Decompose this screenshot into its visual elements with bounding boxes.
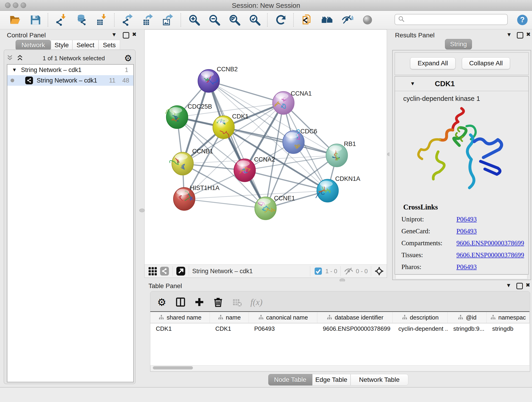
- section-expander-icon[interactable]: ▼: [410, 81, 415, 87]
- open-in-new-window-icon[interactable]: [176, 266, 186, 276]
- results-panel-float-icon[interactable]: [517, 32, 523, 38]
- tab-string[interactable]: String: [445, 39, 472, 50]
- delete-column-icon[interactable]: [213, 297, 223, 307]
- left-splitter-handle[interactable]: [139, 209, 145, 212]
- clone-network-button[interactable]: [301, 13, 313, 26]
- grid-view-icon[interactable]: [148, 266, 157, 276]
- column-header-@id[interactable]: @id: [448, 312, 487, 323]
- column-header-canonical-name[interactable]: canonical name: [249, 312, 317, 323]
- table-settings-gear-icon[interactable]: ⚙: [157, 297, 167, 307]
- network-node-CCNA2[interactable]: [234, 159, 255, 182]
- home-button[interactable]: [321, 13, 334, 26]
- network-edge[interactable]: [184, 199, 266, 208]
- gene-section-header[interactable]: ▼ CDK1: [395, 77, 528, 91]
- scrollbar-thumb[interactable]: [153, 366, 193, 370]
- cell-shared-name[interactable]: CDK1: [150, 323, 210, 334]
- crosslink-row: Uniprot:P06493: [395, 213, 528, 225]
- results-scrollbar[interactable]: [395, 274, 527, 279]
- table-panel-title: Table Panel: [148, 282, 182, 290]
- column-header-description[interactable]: description: [393, 312, 448, 323]
- results-panel-menu-icon[interactable]: ▼: [506, 31, 512, 38]
- search-box[interactable]: [394, 14, 508, 25]
- crosslink-link[interactable]: P06493: [456, 263, 477, 271]
- cell-namespac[interactable]: stringdb: [487, 323, 530, 334]
- preview-button[interactable]: [361, 13, 374, 26]
- network-node-CDC25B[interactable]: [165, 106, 188, 128]
- zoom-fit-button[interactable]: [228, 13, 241, 26]
- crosslink-link[interactable]: 9606.ENSP00000378699: [456, 239, 524, 247]
- network-tree-child-row[interactable]: String Network – cdk1 11 48: [7, 75, 133, 86]
- zoom-out-button[interactable]: [208, 13, 221, 26]
- network-edge[interactable]: [209, 81, 283, 103]
- column-header-name[interactable]: name: [210, 312, 249, 323]
- control-panel-close-icon[interactable]: ✖: [132, 31, 137, 38]
- hidden-counts: 0 - 0: [356, 268, 368, 275]
- column-header-shared-name[interactable]: shared name: [150, 312, 210, 323]
- zoom-in-button[interactable]: [188, 13, 201, 26]
- refresh-button[interactable]: [274, 13, 287, 26]
- zoom-selected-button[interactable]: [248, 13, 261, 26]
- network-node-CDK1[interactable]: [213, 116, 234, 139]
- crosslink-link[interactable]: P06493: [456, 216, 477, 223]
- control-panel-menu-icon[interactable]: ▼: [111, 31, 117, 38]
- column-label: database identifier: [335, 314, 383, 321]
- expand-all-button[interactable]: Expand All: [410, 57, 456, 69]
- tab-node-table[interactable]: Node Table: [268, 374, 312, 385]
- table-horizontal-scrollbar[interactable]: [150, 365, 530, 371]
- crosslink-link[interactable]: P06493: [456, 227, 477, 235]
- network-tree-root-row[interactable]: ▼ String Network – cdk1 1: [7, 65, 133, 75]
- export-image-button[interactable]: [162, 13, 175, 26]
- show-columns-icon[interactable]: [175, 297, 186, 307]
- network-node-CCNB1[interactable]: [170, 152, 193, 175]
- column-header-namespac[interactable]: namespac: [487, 312, 530, 323]
- cell-@id[interactable]: stringdb:9...: [448, 323, 487, 334]
- fit-selection-crosshair-icon[interactable]: [374, 266, 384, 276]
- help-button[interactable]: ?: [516, 13, 529, 26]
- cell-name[interactable]: CDK1: [210, 323, 249, 334]
- table-panel-menu-icon[interactable]: ▼: [506, 282, 511, 289]
- preview-icon: [361, 14, 374, 26]
- tab-select[interactable]: Select: [72, 40, 99, 51]
- tab-sets[interactable]: Sets: [99, 40, 120, 51]
- export-table-button[interactable]: [142, 13, 154, 26]
- open-session-button[interactable]: [9, 13, 22, 26]
- network-type-badge: [25, 77, 33, 84]
- collapse-all-icon[interactable]: [6, 54, 13, 62]
- network-options-gear-icon[interactable]: ⚙: [124, 54, 132, 63]
- table-panel-close-icon[interactable]: ✖: [526, 282, 530, 288]
- import-database-button[interactable]: [75, 13, 88, 26]
- control-panel-float-icon[interactable]: [123, 32, 129, 38]
- results-panel-close-icon[interactable]: ✖: [526, 31, 531, 38]
- cell-database-identifier[interactable]: 9606.ENSP00000378699: [317, 323, 393, 334]
- cell-description[interactable]: cyclin-dependent ...: [393, 323, 448, 334]
- expand-all-icon[interactable]: [17, 54, 23, 62]
- crosslink-link[interactable]: 9606.ENSP00000378699: [456, 251, 524, 259]
- network-node-CCNB2[interactable]: [198, 70, 220, 92]
- tab-edge-table[interactable]: Edge Table: [312, 374, 351, 385]
- save-session-button[interactable]: [29, 13, 42, 26]
- hide-selected-button[interactable]: [341, 13, 354, 26]
- export-network-button[interactable]: [121, 13, 134, 26]
- table-panel-float-icon[interactable]: [516, 283, 523, 289]
- add-column-icon[interactable]: [194, 297, 205, 307]
- import-table-button[interactable]: [95, 13, 108, 26]
- network-node-CCNE1[interactable]: [255, 197, 276, 220]
- hidden-elements-icon[interactable]: [344, 266, 354, 276]
- network-edge[interactable]: [224, 127, 337, 155]
- selected-nodes-checkbox[interactable]: [313, 266, 323, 276]
- table-row[interactable]: CDK1CDK1P064939606.ENSP00000378699cyclin…: [150, 323, 530, 334]
- delete-table-icon: [232, 297, 242, 307]
- import-network-button[interactable]: [55, 13, 68, 26]
- tree-expander-icon[interactable]: ▼: [12, 67, 17, 73]
- search-input[interactable]: [407, 16, 504, 23]
- network-graph[interactable]: CCNB2 CCNA1 CDC25B CDK1 CDC6 RB1: [145, 30, 387, 265]
- network-node-RB1[interactable]: [326, 144, 348, 167]
- tab-style[interactable]: Style: [51, 40, 72, 51]
- network-badge-icon: [160, 266, 169, 276]
- cell-canonical-name[interactable]: P06493: [249, 323, 317, 334]
- network-view[interactable]: CCNB2 CCNA1 CDC25B CDK1 CDC6 RB1: [144, 29, 387, 278]
- tab-network-table[interactable]: Network Table: [351, 374, 408, 385]
- tab-network[interactable]: Network: [16, 40, 51, 51]
- column-header-database-identifier[interactable]: database identifier: [317, 312, 393, 323]
- collapse-all-button[interactable]: Collapse All: [462, 57, 510, 69]
